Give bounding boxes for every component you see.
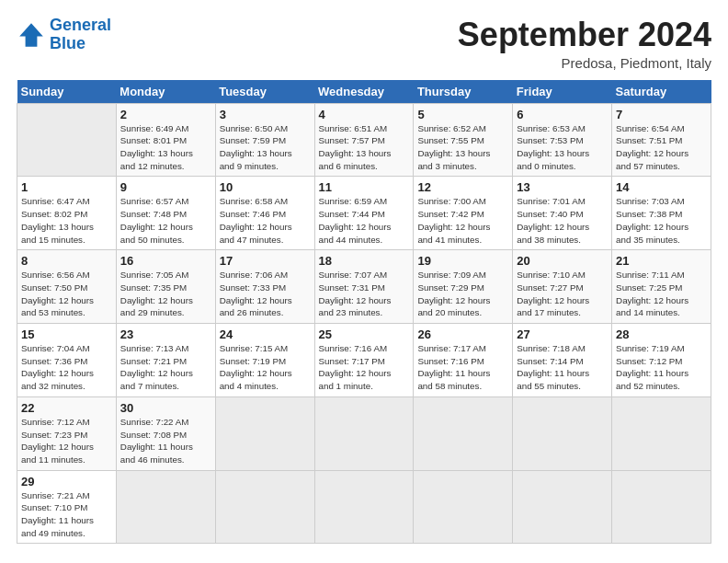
empty-cell [215, 470, 314, 544]
svg-marker-0 [19, 23, 43, 47]
list-item: 7Sunrise: 6:54 AMSunset: 7:51 PMDaylight… [612, 103, 711, 177]
list-item: 29Sunrise: 7:21 AMSunset: 7:10 PMDayligh… [17, 470, 117, 544]
empty-cell [513, 470, 612, 544]
calendar-header-row: Sunday Monday Tuesday Wednesday Thursday… [17, 80, 711, 104]
logo: General Blue [17, 17, 111, 53]
list-item: 4Sunrise: 6:51 AMSunset: 7:57 PMDaylight… [314, 103, 414, 177]
empty-cell [116, 470, 215, 544]
list-item: 19Sunrise: 7:09 AMSunset: 7:29 PMDayligh… [414, 250, 513, 324]
header-wednesday: Wednesday [314, 80, 414, 104]
list-item: 17Sunrise: 7:06 AMSunset: 7:33 PMDayligh… [215, 250, 314, 324]
calendar-page: General Blue September 2024 Predosa, Pie… [0, 0, 728, 553]
list-item: 15Sunrise: 7:04 AMSunset: 7:36 PMDayligh… [17, 324, 117, 397]
list-item: 16Sunrise: 7:05 AMSunset: 7:35 PMDayligh… [116, 250, 215, 324]
list-item: 5Sunrise: 6:52 AMSunset: 7:55 PMDaylight… [414, 103, 513, 177]
month-title: September 2024 [458, 17, 711, 53]
logo-general: General [50, 16, 111, 34]
calendar-table: Sunday Monday Tuesday Wednesday Thursday… [17, 80, 711, 545]
header-thursday: Thursday [414, 80, 513, 104]
list-item: 6Sunrise: 6:53 AMSunset: 7:53 PMDaylight… [513, 103, 612, 177]
table-row: 15Sunrise: 7:04 AMSunset: 7:36 PMDayligh… [17, 324, 711, 397]
title-block: September 2024 Predosa, Piedmont, Italy [458, 17, 711, 71]
empty-cell [314, 470, 414, 544]
list-item: 2Sunrise: 6:49 AMSunset: 8:01 PMDaylight… [116, 103, 215, 177]
list-item: 1Sunrise: 6:47 AMSunset: 8:02 PMDaylight… [17, 177, 117, 250]
list-item: 30Sunrise: 7:22 AMSunset: 7:08 PMDayligh… [116, 396, 215, 470]
list-item: 28Sunrise: 7:19 AMSunset: 7:12 PMDayligh… [612, 324, 711, 397]
empty-cell [314, 396, 414, 470]
list-item: 27Sunrise: 7:18 AMSunset: 7:14 PMDayligh… [513, 324, 612, 397]
empty-cell [513, 396, 612, 470]
table-row: 8Sunrise: 6:56 AMSunset: 7:50 PMDaylight… [17, 250, 711, 324]
header-saturday: Saturday [612, 80, 711, 104]
empty-cell [17, 103, 117, 177]
list-item: 8Sunrise: 6:56 AMSunset: 7:50 PMDaylight… [17, 250, 117, 324]
list-item: 12Sunrise: 7:00 AMSunset: 7:42 PMDayligh… [414, 177, 513, 250]
logo-blue: Blue [50, 35, 111, 53]
list-item: 25Sunrise: 7:16 AMSunset: 7:17 PMDayligh… [314, 324, 414, 397]
empty-cell [612, 470, 711, 544]
empty-cell [612, 396, 711, 470]
table-row: 22Sunrise: 7:12 AMSunset: 7:23 PMDayligh… [17, 396, 711, 470]
list-item: 20Sunrise: 7:10 AMSunset: 7:27 PMDayligh… [513, 250, 612, 324]
logo-text: General Blue [50, 17, 111, 53]
header-monday: Monday [116, 80, 215, 104]
list-item: 14Sunrise: 7:03 AMSunset: 7:38 PMDayligh… [612, 177, 711, 250]
logo-icon [17, 20, 46, 50]
empty-cell [414, 396, 513, 470]
list-item: 10Sunrise: 6:58 AMSunset: 7:46 PMDayligh… [215, 177, 314, 250]
list-item: 13Sunrise: 7:01 AMSunset: 7:40 PMDayligh… [513, 177, 612, 250]
table-row: 1Sunrise: 6:47 AMSunset: 8:02 PMDaylight… [17, 177, 711, 250]
table-row: 2Sunrise: 6:49 AMSunset: 8:01 PMDaylight… [17, 103, 711, 177]
list-item: 26Sunrise: 7:17 AMSunset: 7:16 PMDayligh… [414, 324, 513, 397]
list-item: 11Sunrise: 6:59 AMSunset: 7:44 PMDayligh… [314, 177, 414, 250]
list-item: 3Sunrise: 6:50 AMSunset: 7:59 PMDaylight… [215, 103, 314, 177]
list-item: 9Sunrise: 6:57 AMSunset: 7:48 PMDaylight… [116, 177, 215, 250]
list-item: 21Sunrise: 7:11 AMSunset: 7:25 PMDayligh… [612, 250, 711, 324]
location-subtitle: Predosa, Piedmont, Italy [458, 55, 711, 71]
empty-cell [414, 470, 513, 544]
list-item: 22Sunrise: 7:12 AMSunset: 7:23 PMDayligh… [17, 396, 117, 470]
table-row: 29Sunrise: 7:21 AMSunset: 7:10 PMDayligh… [17, 470, 711, 544]
list-item: 23Sunrise: 7:13 AMSunset: 7:21 PMDayligh… [116, 324, 215, 397]
header: General Blue September 2024 Predosa, Pie… [17, 17, 711, 71]
list-item: 24Sunrise: 7:15 AMSunset: 7:19 PMDayligh… [215, 324, 314, 397]
header-tuesday: Tuesday [215, 80, 314, 104]
list-item: 18Sunrise: 7:07 AMSunset: 7:31 PMDayligh… [314, 250, 414, 324]
header-friday: Friday [513, 80, 612, 104]
empty-cell [215, 396, 314, 470]
header-sunday: Sunday [17, 80, 117, 104]
